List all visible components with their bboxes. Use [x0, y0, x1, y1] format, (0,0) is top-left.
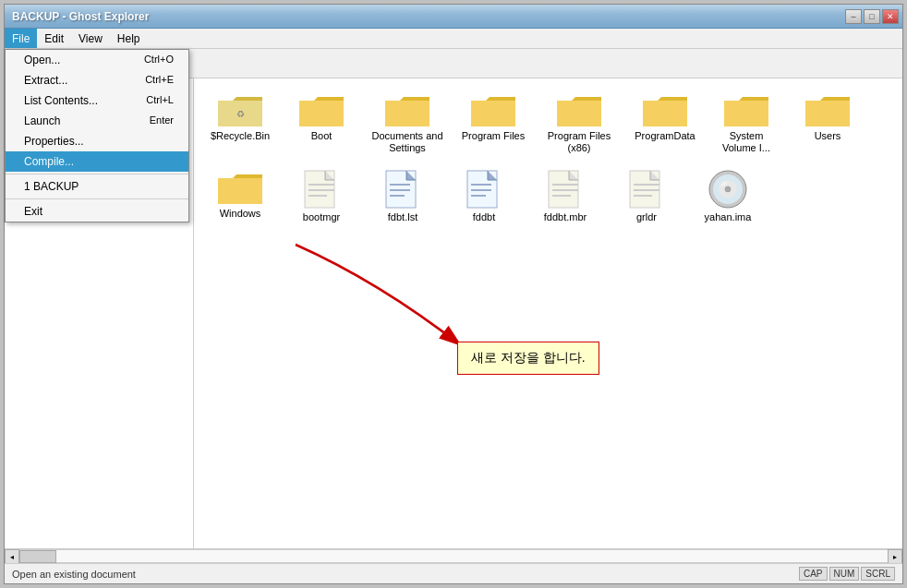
file-item-system-volume[interactable]: System Volume I... — [709, 88, 783, 158]
file-item-windows-folder[interactable]: Windows — [203, 165, 277, 227]
file-yahan-ima-icon — [707, 169, 748, 210]
menu-list-contents[interactable]: List Contents... Ctrl+L — [6, 90, 188, 111]
right-panel: ♻ $Recycle.Bin Boot — [194, 78, 902, 548]
svg-rect-14 — [390, 195, 405, 197]
scroll-thumb[interactable] — [19, 550, 56, 563]
menu-compile-label: Compile... — [24, 155, 74, 168]
file-item-bootmgr[interactable]: bootmgr — [284, 165, 358, 227]
folder-users-icon — [805, 91, 850, 128]
menu-properties[interactable]: Properties... — [6, 131, 188, 151]
menu-launch[interactable]: Launch Enter — [6, 111, 188, 131]
menu-open-shortcut: Ctrl+O — [144, 54, 174, 66]
file-item-fddbt-mbr[interactable]: fddbt.mbr — [528, 165, 602, 227]
menu-properties-label: Properties... — [24, 135, 84, 148]
menu-bar: File Edit View Help Open... Ctrl+O Extra… — [5, 29, 902, 49]
file-label-recycle: $Recycle.Bin — [211, 130, 270, 142]
file-item-boot[interactable]: Boot — [284, 88, 358, 158]
svg-text:♻: ♻ — [236, 109, 245, 119]
file-label-fddbt-mbr: fddbt.mbr — [544, 211, 587, 223]
status-num: NUM — [829, 567, 860, 581]
scroll-track — [19, 549, 888, 563]
file-grid: ♻ $Recycle.Bin Boot — [203, 88, 893, 228]
close-button[interactable]: ✕ — [882, 9, 899, 24]
file-fdbt-lst-icon — [384, 169, 421, 210]
menu-exit[interactable]: Exit — [6, 201, 188, 222]
menu-open[interactable]: Open... Ctrl+O — [6, 50, 188, 70]
file-label-bootmgr: bootmgr — [303, 211, 340, 223]
folder-program-files-x86-icon — [557, 91, 601, 128]
menu-extract-shortcut: Ctrl+E — [145, 74, 174, 87]
svg-rect-8 — [308, 184, 334, 186]
file-item-program-files-x86[interactable]: Program Files (x86) — [538, 88, 621, 158]
folder-system-volume-icon — [724, 91, 768, 128]
file-fddbt-icon — [466, 169, 502, 210]
menu-file[interactable]: File — [5, 29, 37, 48]
file-item-recycle[interactable]: ♻ $Recycle.Bin — [203, 88, 277, 158]
file-item-yahan-ima[interactable]: yahan.ima — [691, 165, 765, 227]
file-label-windows-folder: Windows — [220, 208, 261, 220]
minimize-button[interactable]: – — [845, 9, 862, 24]
menu-separator-1 — [6, 174, 188, 174]
maximize-button[interactable]: □ — [864, 9, 880, 24]
folder-recycle-icon: ♻ — [218, 91, 262, 128]
file-menu-dropdown: Open... Ctrl+O Extract... Ctrl+E List Co… — [5, 49, 189, 222]
menu-edit[interactable]: Edit — [37, 29, 71, 48]
menu-recent[interactable]: 1 BACKUP — [6, 176, 188, 197]
scroll-area: ◂ ▸ — [5, 548, 902, 563]
window-title: BACKUP - Ghost Explorer — [12, 10, 149, 23]
menu-extract-label: Extract... — [24, 74, 67, 87]
menu-open-label: Open... — [24, 54, 60, 66]
menu-recent-label: 1 BACKUP — [24, 180, 79, 193]
file-label-fdbt-lst: fdbt.lst — [388, 211, 417, 223]
file-label-fddbt: fddbt — [473, 211, 495, 223]
arrow-pointer — [286, 235, 480, 365]
menu-help[interactable]: Help — [110, 29, 148, 48]
status-indicators: CAP NUM SCRL — [799, 567, 895, 581]
file-label-program-files: Program Files — [462, 130, 525, 142]
file-label-users: Users — [815, 130, 841, 142]
callout-text: 새로 저장을 합니다. — [471, 350, 586, 365]
file-bootmgr-icon — [303, 169, 340, 210]
menu-compile[interactable]: Compile... — [6, 151, 188, 172]
folder-windows-icon — [218, 169, 262, 206]
status-cap: CAP — [799, 567, 828, 581]
menu-view[interactable]: View — [71, 29, 110, 48]
file-item-fdbt-lst[interactable]: fdbt.lst — [366, 165, 440, 227]
svg-rect-25 — [634, 189, 659, 191]
svg-rect-10 — [308, 195, 327, 197]
file-item-documents[interactable]: Documents and Settings — [366, 88, 449, 158]
svg-rect-17 — [471, 189, 491, 191]
menu-extract[interactable]: Extract... Ctrl+E — [6, 70, 188, 90]
menu-separator-2 — [6, 198, 188, 199]
title-bar: BACKUP - Ghost Explorer – □ ✕ — [5, 5, 902, 29]
folder-boot-icon — [299, 91, 344, 128]
status-bar: Open an existing document CAP NUM SCRL — [5, 563, 902, 583]
file-item-programdata[interactable]: ProgramData — [628, 88, 702, 158]
menu-exit-label: Exit — [24, 205, 42, 218]
scroll-right-button[interactable]: ▸ — [888, 549, 902, 564]
folder-programdata-icon — [643, 91, 687, 128]
svg-rect-26 — [634, 195, 652, 197]
file-item-program-files[interactable]: Program Files — [456, 88, 530, 158]
svg-point-30 — [725, 186, 731, 192]
file-grldr-icon — [628, 169, 665, 210]
svg-rect-24 — [634, 184, 659, 186]
menu-list-contents-shortcut: Ctrl+L — [146, 94, 174, 107]
scroll-left-button[interactable]: ◂ — [5, 549, 19, 564]
menu-list-contents-label: List Contents... — [24, 94, 98, 107]
file-item-users[interactable]: Users — [791, 88, 865, 158]
svg-rect-22 — [552, 195, 571, 197]
file-label-system-volume: System Volume I... — [713, 130, 780, 154]
svg-rect-9 — [308, 189, 334, 191]
folder-documents-icon — [385, 91, 429, 128]
file-label-program-files-x86: Program Files (x86) — [541, 130, 617, 154]
file-label-grldr: grldr — [636, 211, 657, 223]
callout-box: 새로 저장을 합니다. — [457, 342, 599, 375]
file-item-grldr[interactable]: grldr — [610, 165, 683, 227]
status-scrl: SCRL — [861, 567, 895, 581]
file-item-fddbt[interactable]: fddbt — [447, 165, 521, 227]
svg-rect-20 — [552, 184, 578, 186]
svg-rect-21 — [552, 189, 578, 191]
svg-rect-13 — [390, 189, 410, 191]
file-fddbt-mbr-icon — [547, 169, 584, 210]
